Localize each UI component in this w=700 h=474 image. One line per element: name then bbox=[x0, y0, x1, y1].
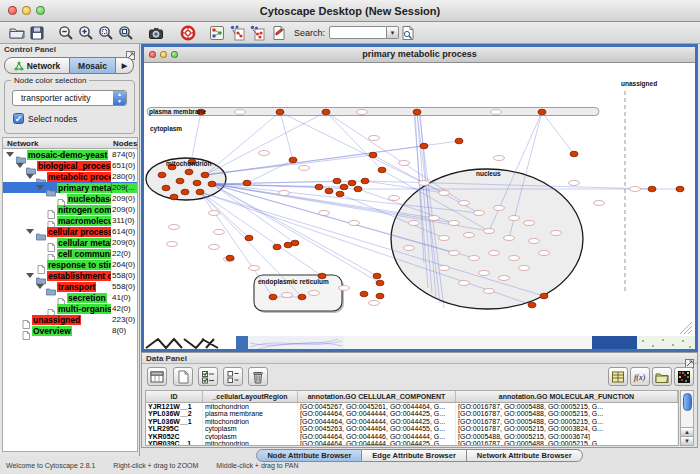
formula-builder-icon[interactable]: f(x) bbox=[630, 367, 650, 386]
gene-node[interactable] bbox=[357, 110, 368, 115]
gene-node[interactable] bbox=[469, 256, 480, 261]
heatmap-icon[interactable] bbox=[674, 367, 694, 386]
network-window-controls[interactable] bbox=[149, 51, 178, 58]
gene-node[interactable] bbox=[474, 211, 485, 216]
gene-node[interactable] bbox=[489, 251, 500, 256]
selected-gene-node[interactable] bbox=[208, 181, 216, 187]
tree-expander-icon[interactable] bbox=[36, 185, 44, 190]
gene-node[interactable] bbox=[404, 246, 415, 251]
selected-gene-node[interactable] bbox=[289, 157, 297, 163]
network-layout-icon-b[interactable] bbox=[248, 24, 265, 41]
selected-gene-node[interactable] bbox=[369, 152, 377, 158]
gene-node[interactable] bbox=[439, 266, 450, 271]
gene-node[interactable] bbox=[569, 181, 580, 186]
tree-row[interactable]: primary metabolic209(... bbox=[3, 182, 137, 193]
gene-node[interactable] bbox=[509, 216, 520, 221]
gene-node[interactable] bbox=[282, 293, 293, 298]
gene-node[interactable] bbox=[319, 211, 330, 216]
selected-gene-node[interactable] bbox=[540, 293, 548, 299]
gene-node[interactable] bbox=[449, 221, 460, 226]
selected-gene-node[interactable] bbox=[226, 255, 234, 261]
save-icon[interactable] bbox=[28, 24, 45, 41]
selected-gene-node[interactable] bbox=[185, 169, 193, 175]
edge[interactable] bbox=[212, 181, 365, 184]
selected-gene-node[interactable] bbox=[348, 180, 356, 186]
table-row[interactable]: YLR295Ccytoplasm[GO:0045263, GO:0044464,… bbox=[146, 425, 678, 432]
gene-node[interactable] bbox=[494, 156, 505, 161]
tree-row[interactable]: macromolecule311(0) bbox=[3, 215, 137, 226]
zoom-selected-icon[interactable] bbox=[97, 24, 114, 41]
selected-gene-node[interactable] bbox=[273, 244, 281, 250]
selected-gene-node[interactable] bbox=[360, 291, 368, 297]
selected-gene-node[interactable] bbox=[333, 178, 341, 184]
table-row[interactable]: YDR039C__1mitochondrion[GO:0044464, GO:0… bbox=[146, 440, 678, 446]
gene-node[interactable] bbox=[279, 191, 290, 196]
edge[interactable] bbox=[542, 112, 574, 154]
tree-row[interactable]: mosaic-demo-yeast874(0) bbox=[3, 149, 137, 160]
tree-expander-icon[interactable] bbox=[26, 174, 34, 179]
selected-gene-node[interactable] bbox=[245, 235, 253, 241]
edge[interactable] bbox=[280, 112, 293, 160]
network-layout-icon-a[interactable] bbox=[228, 24, 245, 41]
selected-gene-node[interactable] bbox=[528, 302, 536, 308]
zoom-out-icon[interactable] bbox=[57, 24, 74, 41]
selected-gene-node[interactable] bbox=[298, 294, 306, 300]
zoom-window-icon[interactable] bbox=[36, 6, 45, 15]
selected-gene-node[interactable] bbox=[413, 109, 421, 115]
gene-node[interactable] bbox=[504, 236, 515, 241]
tree-row[interactable]: unassigned223(0) bbox=[3, 314, 137, 325]
table-row[interactable]: YPL036W__2plasma membrane[GO:0044464, GO… bbox=[146, 410, 678, 417]
selected-gene-node[interactable] bbox=[340, 184, 348, 190]
network-graph[interactable]: plasma membranecytoplasmmitochondrionnuc… bbox=[144, 63, 695, 336]
edge[interactable] bbox=[212, 184, 380, 283]
gene-node[interactable] bbox=[524, 221, 535, 226]
tab-edge-attribute-browser[interactable]: Edge Attribute Browser bbox=[362, 449, 466, 462]
tab-overflow-arrow-icon[interactable]: ▶ bbox=[116, 57, 134, 74]
tab-network-attribute-browser[interactable]: Network Attribute Browser bbox=[467, 449, 583, 462]
gene-node[interactable] bbox=[339, 286, 350, 291]
table-scrollbar[interactable]: ▲ ▼ bbox=[680, 390, 694, 446]
tree-row[interactable]: cell communicat22(0) bbox=[3, 248, 137, 259]
selected-gene-node[interactable] bbox=[378, 167, 386, 173]
gene-node[interactable] bbox=[214, 230, 225, 235]
selected-gene-node[interactable] bbox=[284, 242, 292, 248]
selected-gene-node[interactable] bbox=[158, 172, 166, 178]
scroll-down-icon[interactable]: ▼ bbox=[681, 436, 693, 445]
scrollbar-thumb[interactable] bbox=[683, 393, 692, 411]
gene-node[interactable] bbox=[439, 236, 450, 241]
column-header[interactable]: _cellularLayoutRegion bbox=[203, 391, 298, 402]
minimize-view-icon[interactable] bbox=[160, 51, 167, 58]
gene-node[interactable] bbox=[539, 251, 550, 256]
gene-node[interactable] bbox=[551, 231, 562, 236]
tree-expander-icon[interactable] bbox=[26, 229, 34, 234]
tab-node-attribute-browser[interactable]: Node Attribute Browser bbox=[256, 449, 362, 462]
selected-gene-node[interactable] bbox=[570, 151, 578, 157]
selected-gene-node[interactable] bbox=[170, 194, 178, 200]
network-overview-icon[interactable] bbox=[208, 24, 225, 41]
gene-node[interactable] bbox=[459, 281, 470, 286]
tree-expander-icon[interactable] bbox=[26, 273, 34, 278]
node-color-dropdown[interactable]: transporter activity ▲▼ bbox=[12, 90, 127, 106]
selected-gene-node[interactable] bbox=[276, 109, 284, 115]
gene-node[interactable] bbox=[209, 211, 220, 216]
import-attributes-icon[interactable] bbox=[652, 367, 672, 386]
tree-row[interactable]: biological_process651(0) bbox=[3, 160, 137, 171]
gene-node[interactable] bbox=[529, 239, 540, 244]
selected-gene-node[interactable] bbox=[648, 186, 656, 192]
gene-node[interactable] bbox=[499, 276, 510, 281]
tree-row[interactable]: multi-organism pro42(0) bbox=[3, 303, 137, 314]
search-dropdown-icon[interactable]: ▼ bbox=[387, 26, 399, 39]
gene-node[interactable] bbox=[167, 242, 178, 247]
gene-node[interactable] bbox=[484, 229, 495, 234]
attribute-table-header[interactable]: ID_cellularLayoutRegionannotation.GO CEL… bbox=[146, 391, 678, 403]
search-input[interactable] bbox=[329, 26, 387, 39]
network-canvas[interactable]: plasma membranecytoplasmmitochondrionnuc… bbox=[144, 63, 695, 336]
attribute-batch-icon[interactable] bbox=[608, 367, 628, 386]
selected-gene-node[interactable] bbox=[201, 172, 209, 178]
gene-node[interactable] bbox=[494, 206, 505, 211]
float-data-panel-icon[interactable] bbox=[685, 354, 694, 363]
gene-node[interactable] bbox=[439, 191, 450, 196]
delete-attribute-icon[interactable] bbox=[248, 367, 268, 386]
tree-row[interactable]: Overview8(0) bbox=[3, 325, 137, 336]
selected-gene-node[interactable] bbox=[162, 185, 170, 191]
